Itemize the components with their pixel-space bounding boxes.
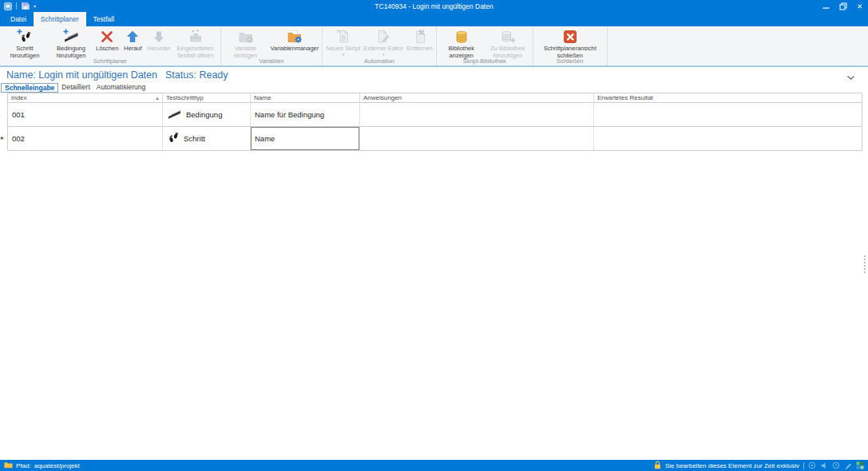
cell-type[interactable]: Bedingung: [163, 103, 251, 126]
ribbon-group-automation: {) Neues Skript ▾ Externer Editor ▾: [323, 26, 437, 65]
add-step-button[interactable]: Schritt hinzufügen: [2, 28, 48, 59]
pen-icon[interactable]: [844, 461, 852, 469]
embedded-testcase-icon: [187, 28, 204, 46]
svg-text:{): {): [342, 34, 346, 41]
table-row: 002 Schritt Name: [7, 127, 862, 151]
ribbon-group-schrittplaner: Schritt hinzufügen Bedingung hinzufügen …: [0, 26, 221, 65]
qat-customize-caret-icon[interactable]: ▾: [34, 4, 36, 9]
arrow-down-icon: [150, 28, 168, 46]
move-up-button[interactable]: Herauf: [120, 28, 145, 53]
statusbar-path: Pfad: aquatest/projekt: [4, 461, 80, 470]
cell-name-editing[interactable]: Name: [251, 127, 360, 150]
testcase-name-label: Name: Login mit ungültigen Daten: [6, 69, 157, 81]
show-library-button[interactable]: Bibliothek anzeigen: [438, 28, 485, 59]
close-button[interactable]: ✕: [851, 0, 868, 12]
close-view-icon: [561, 28, 579, 46]
test-step-grid: ▸ Index ▲ Testschritttyp Name Anweisunge…: [7, 93, 862, 151]
ribbon-tab-bar: Datei Schrittplaner Testfall: [0, 12, 868, 26]
add-condition-button[interactable]: Bedingung hinzufügen: [48, 28, 94, 59]
statusbar-right: Sie bearbeiten dieses Element zur Zeit e…: [654, 458, 864, 471]
save-icon[interactable]: [21, 0, 30, 14]
variable-manager-button[interactable]: Variablenmanager: [269, 28, 321, 53]
ribbon-group-variablen: Variable einfügen Variablenmanager Varia…: [221, 26, 323, 65]
minimize-icon: [822, 2, 830, 10]
ribbon-group-label: Schließen: [533, 57, 607, 65]
speaker-icon[interactable]: [820, 461, 828, 469]
cell-index[interactable]: 001: [8, 103, 163, 126]
ribbon-group-label: Automation: [323, 57, 436, 65]
dropdown-caret-icon: ▾: [382, 53, 385, 56]
restore-button[interactable]: [834, 0, 851, 12]
condition-add-icon: [62, 28, 80, 46]
database-icon: [453, 28, 470, 46]
restore-icon: [839, 2, 847, 10]
tab-schnelleingabe[interactable]: Schnelleingabe: [1, 83, 58, 93]
cell-erwartetes-resultat[interactable]: [594, 127, 862, 150]
tab-automatisierung[interactable]: Automatisierung: [93, 83, 149, 93]
ribbon-tab-schrittplaner[interactable]: Schrittplaner: [34, 12, 86, 26]
column-header-erwartetes-resultat[interactable]: Erwartetes Resultat: [594, 93, 862, 102]
arrow-up-icon: [124, 28, 141, 46]
red-x-icon: [98, 28, 116, 46]
column-header-index[interactable]: Index ▲: [8, 93, 163, 102]
cell-type[interactable]: Schritt: [163, 127, 251, 150]
ribbon-group-label: Skript-Bibliothek: [437, 57, 533, 65]
dropdown-caret-icon: ▾: [342, 53, 344, 56]
condition-icon: [167, 108, 182, 122]
ribbon-group-skript-bibliothek: Bibliothek anzeigen Zu Bibliothek hinzuf…: [437, 26, 533, 65]
qat-divider: [16, 2, 17, 10]
window-title: TC140934 - Login mit ungültigen Daten: [0, 2, 868, 10]
cell-anweisungen[interactable]: [360, 127, 594, 150]
view-tab-bar: Schnelleingabe Detailliert Automatisieru…: [0, 83, 868, 93]
database-add-icon: [499, 28, 517, 46]
cell-anweisungen[interactable]: [360, 103, 594, 126]
footprints-add-icon: [16, 28, 34, 46]
window-controls: ✕: [818, 0, 868, 12]
cell-erwartetes-resultat[interactable]: [594, 103, 862, 126]
add-to-library-button[interactable]: Zu Bibliothek hinzufügen: [485, 28, 531, 59]
connection-grid-icon[interactable]: [856, 461, 864, 469]
app-icon[interactable]: [4, 0, 12, 14]
minimize-button[interactable]: [818, 0, 834, 12]
cell-index[interactable]: 002: [8, 127, 163, 150]
tab-detailliert[interactable]: Detailliert: [58, 83, 93, 93]
ribbon-group-schliessen: Schrittplaneransicht schließen Schließen: [533, 26, 608, 65]
column-header-name[interactable]: Name: [251, 93, 360, 102]
table-row: 001 Bedingung Name für Bedingung: [7, 103, 862, 127]
ribbon-tab-testfall[interactable]: Testfall: [86, 12, 121, 26]
chevron-down-icon[interactable]: [846, 72, 855, 83]
document-remove-icon: [411, 28, 429, 46]
grid-header: Index ▲ Testschritttyp Name Anweisungen …: [7, 93, 862, 103]
column-header-anweisungen[interactable]: Anweisungen: [360, 93, 594, 102]
external-editor-button[interactable]: Externer Editor ▾: [362, 28, 405, 56]
status-circle-icon[interactable]: [808, 461, 816, 469]
history-icon[interactable]: [832, 461, 840, 469]
script-new-icon: {): [335, 28, 352, 46]
testcase-status-label: Status: Ready: [165, 69, 228, 81]
new-script-button[interactable]: {) Neues Skript ▾: [324, 28, 362, 56]
statusbar-divider: [803, 462, 804, 469]
splitter-grip[interactable]: [864, 255, 866, 273]
info-bar: Name: Login mit ungültigen Daten Status:…: [0, 67, 868, 83]
move-down-button[interactable]: Herunter: [145, 28, 172, 53]
ribbon: Schritt hinzufügen Bedingung hinzufügen …: [0, 26, 868, 67]
delete-button[interactable]: Löschen: [94, 28, 120, 53]
close-step-planner-view-button[interactable]: Schrittplaneransicht schließen: [535, 28, 605, 59]
statusbar: Pfad: aquatest/projekt Sie bearbeiten di…: [0, 460, 868, 471]
insert-variable-button[interactable]: Variable einfügen: [223, 28, 269, 59]
remove-script-button[interactable]: Entfernen: [405, 28, 434, 53]
ribbon-tab-datei[interactable]: Datei: [3, 12, 34, 26]
open-embedded-testcase-button[interactable]: Eingebetteten Testfall öffnen: [172, 28, 219, 59]
ribbon-group-label: Variablen: [221, 57, 323, 65]
path-label: Pfad:: [16, 462, 31, 469]
footprints-icon: [167, 131, 180, 146]
sort-ascending-icon[interactable]: ▲: [155, 96, 160, 101]
cell-name[interactable]: Name für Bedingung: [251, 103, 360, 126]
external-editor-icon: [375, 28, 392, 46]
app-window: { "window": { "title": "TC140934 - Login…: [0, 0, 868, 471]
folder-icon: [4, 461, 13, 470]
ribbon-group-label: Schrittplaner: [0, 57, 220, 65]
column-header-testschritttyp[interactable]: Testschritttyp: [163, 93, 251, 102]
titlebar: ▾ TC140934 - Login mit ungültigen Daten …: [0, 0, 868, 12]
current-row-marker-icon: ▸: [1, 135, 4, 141]
